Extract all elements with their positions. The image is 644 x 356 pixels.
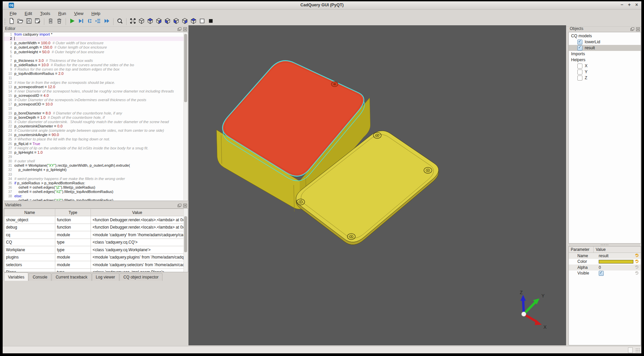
- tree-item-result[interactable]: result: [569, 45, 641, 51]
- table-row[interactable]: pluginsmodule<module 'cadquery.plugins' …: [4, 254, 184, 261]
- code-line[interactable]: 34# weird geometry happens if we make th…: [4, 177, 188, 181]
- code-line[interactable]: 23# Countersink angle (complete angle be…: [4, 128, 188, 133]
- code-line[interactable]: 20p_boreDepth = 1.0 # Depth of the count…: [4, 115, 188, 120]
- undo-icon[interactable]: [634, 265, 640, 270]
- code-line[interactable]: 17p_screwpostOD = 10.0: [4, 102, 188, 106]
- table-row[interactable]: CQtype<class 'cadquery.cq.CQ'>: [4, 239, 184, 246]
- table-row[interactable]: Workplanetype<class 'cadquery.cq.Workpla…: [4, 246, 184, 254]
- variables-column-header[interactable]: Name: [4, 209, 55, 216]
- menu-help[interactable]: Help: [88, 10, 104, 17]
- tree-item-z[interactable]: Z: [569, 75, 641, 81]
- stop-button[interactable]: [206, 18, 215, 26]
- code-line[interactable]: 16# Outer Diameter of the screwposts.\nD…: [4, 98, 188, 102]
- minimize-button[interactable]: −: [620, 2, 623, 7]
- debug-button[interactable]: [77, 18, 85, 26]
- table-row[interactable]: show_objectfunction<function Debugger.re…: [4, 216, 184, 224]
- code-line[interactable]: 22p_countersinkDiameter = 0.0: [4, 124, 188, 128]
- menu-file[interactable]: File: [6, 10, 20, 17]
- lowerlid-visibility-checkbox[interactable]: [577, 40, 582, 45]
- undo-icon[interactable]: [634, 253, 640, 259]
- toolbar-drag-handle[interactable]: [4, 18, 6, 25]
- save-script-as-button[interactable]: [33, 18, 42, 26]
- clear-objects-button[interactable]: [55, 18, 64, 26]
- code-line[interactable]: 13p_screwpostInset = 12.0: [4, 85, 188, 89]
- code-line[interactable]: 26p_flipLid = True: [4, 142, 188, 146]
- editor-scrollbar-thumb[interactable]: [184, 34, 187, 102]
- code-line[interactable]: 11: [4, 76, 188, 80]
- panel-splitter[interactable]: [568, 244, 641, 246]
- tab-current-traceback[interactable]: Current traceback: [52, 273, 91, 281]
- editor-scrollbar[interactable]: [183, 33, 187, 200]
- view-back-button[interactable]: [189, 18, 198, 26]
- view-left-button[interactable]: [172, 18, 180, 26]
- x-visibility-checkbox[interactable]: [577, 64, 582, 69]
- code-line[interactable]: 14# nner Diameter of the screwpost holes…: [4, 89, 188, 93]
- visible-checkbox[interactable]: [599, 271, 604, 276]
- view-iso-button[interactable]: [137, 18, 146, 26]
- tab-variables[interactable]: Variables: [4, 272, 28, 281]
- code-line[interactable]: 1from cadquery import *: [4, 32, 188, 37]
- code-line[interactable]: 35if p_sideRadius > p_topAndBottomRadius…: [4, 181, 188, 185]
- view-clip-button[interactable]: [198, 18, 206, 26]
- code-line[interactable]: 31oshell = Workplane("XY").rect(p_outerW…: [4, 163, 188, 168]
- tree-item-helpers[interactable]: Helpers: [569, 57, 641, 63]
- code-line[interactable]: 32 p_outerHeight + p_lipHeight): [4, 168, 188, 172]
- undo-icon[interactable]: [634, 270, 640, 276]
- parameter-value[interactable]: 0: [597, 265, 634, 270]
- step-over-button[interactable]: [94, 18, 103, 26]
- table-row[interactable]: Planetype<class 'cadquery.occ_impl.geom.…: [4, 268, 184, 272]
- code-line[interactable]: 2: [4, 37, 188, 41]
- z-visibility-checkbox[interactable]: [577, 76, 582, 81]
- code-line[interactable]: 24p_countersinkAngle = 90.0: [4, 133, 188, 137]
- menu-view[interactable]: View: [71, 10, 87, 17]
- tab-log-viewer[interactable]: Log viewer: [92, 273, 119, 281]
- code-line[interactable]: 36 oshell = oshell.edges("|Z").fillet(p_…: [4, 185, 188, 190]
- code-line[interactable]: 19p_boreDiameter = 8.0 # Diameter of the…: [4, 111, 188, 115]
- code-line[interactable]: 28p_lipHeight = 1.0: [4, 150, 188, 155]
- resize-grip[interactable]: [635, 348, 640, 352]
- maximize-button[interactable]: +: [628, 2, 631, 7]
- tree-item-imports[interactable]: Imports: [569, 51, 641, 57]
- view-top-button[interactable]: [146, 18, 155, 26]
- parameter-row-alpha[interactable]: Alpha0: [569, 265, 641, 270]
- parameter-row-name[interactable]: Nameresult: [569, 253, 641, 259]
- code-line[interactable]: 15p_screwpostID = 4.0: [4, 93, 188, 98]
- continue-button[interactable]: [103, 18, 111, 26]
- table-row[interactable]: debugfunction<function Debugger.render.<…: [4, 224, 184, 231]
- step-into-button[interactable]: [85, 18, 94, 26]
- undo-icon[interactable]: [634, 259, 640, 265]
- tab-console[interactable]: Console: [29, 273, 51, 281]
- color-swatch[interactable]: [599, 260, 633, 264]
- code-line[interactable]: 10p_topAndBottomRadius = 2.0: [4, 72, 188, 76]
- code-line[interactable]: 29: [4, 155, 188, 159]
- close-button[interactable]: ×: [635, 2, 638, 7]
- viewport-3d[interactable]: Z Y X: [188, 25, 566, 345]
- variables-column-header[interactable]: Value: [91, 209, 184, 216]
- parameter-value[interactable]: [597, 260, 634, 264]
- tree-item-y[interactable]: Y: [569, 69, 641, 75]
- menu-edit[interactable]: Edit: [21, 10, 36, 17]
- code-line[interactable]: 25# Whether to place the lid with the to…: [4, 137, 188, 141]
- menu-run[interactable]: Run: [55, 10, 70, 17]
- code-line[interactable]: 8p_sideRadius = 10.0 # Radius for the cu…: [4, 63, 188, 67]
- variables-scrollbar-thumb[interactable]: [184, 216, 187, 252]
- code-line[interactable]: 33: [4, 172, 188, 177]
- code-line[interactable]: 18: [4, 106, 188, 111]
- code-line[interactable]: 9# Radius for the curves on the top and …: [4, 67, 188, 72]
- code-line[interactable]: 12# How far in from the edges the screwp…: [4, 81, 188, 85]
- y-visibility-checkbox[interactable]: [577, 70, 582, 75]
- table-row[interactable]: cqmodule<module 'cadquery' from '/home/a…: [4, 231, 184, 239]
- inspect-button[interactable]: [116, 18, 124, 26]
- status-button[interactable]: [628, 347, 633, 353]
- result-visibility-checkbox[interactable]: [577, 46, 582, 51]
- parameter-value[interactable]: result: [597, 254, 634, 258]
- view-bottom-button[interactable]: [155, 18, 163, 26]
- clear-editor-button[interactable]: [46, 18, 55, 26]
- parameter-value[interactable]: [597, 271, 634, 276]
- code-line[interactable]: 21# Outer diameter of countersink. Shoul…: [4, 120, 188, 124]
- view-front-button[interactable]: [163, 18, 172, 26]
- code-line[interactable]: 37 oshell = oshell.edges("#Z").fillet(p_…: [4, 190, 188, 194]
- code-line[interactable]: oshell = oshell.edges("#Z").fillet(p_top…: [4, 198, 188, 201]
- code-line[interactable]: 38else:: [4, 194, 188, 198]
- title-bar[interactable]: cq CadQuery GUI (PyQT) − + ×: [3, 1, 641, 10]
